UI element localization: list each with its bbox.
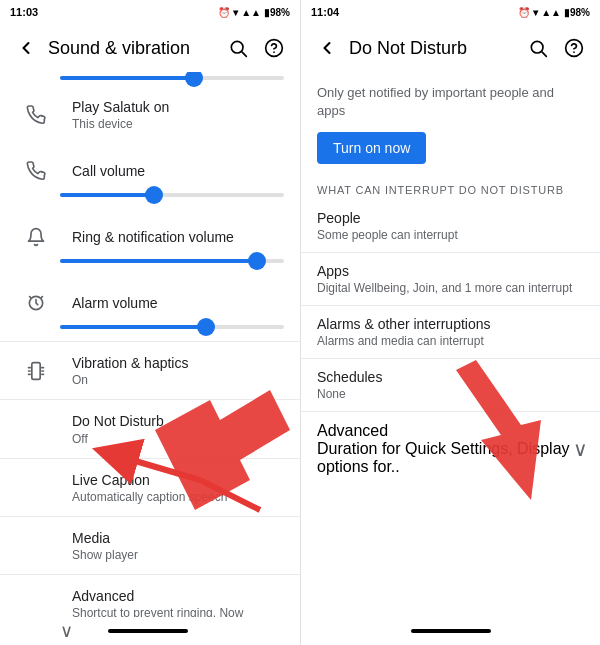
call-slider-row xyxy=(0,193,300,207)
svg-line-6 xyxy=(41,297,42,298)
svg-point-0 xyxy=(231,41,243,53)
call-volume-text: Call volume xyxy=(72,162,284,180)
svg-point-16 xyxy=(531,41,543,53)
left-content: Play Salatuk on This device Call volume xyxy=(0,72,300,617)
schedules-title: Schedules xyxy=(317,369,584,385)
live-caption-sub: Automatically caption speech xyxy=(72,490,284,504)
vibration-item[interactable]: Vibration & haptics On xyxy=(0,344,300,397)
top-slider-fill xyxy=(60,76,194,80)
people-title: People xyxy=(317,210,584,226)
search-icon xyxy=(228,38,248,58)
right-panel: 11:04 ⏰ ▾ ▲▲ ▮98% Do Not Disturb xyxy=(300,0,600,645)
alarm-slider-row xyxy=(0,325,300,339)
advanced-item-right[interactable]: Advanced Duration for Quick Settings, Di… xyxy=(301,412,600,486)
alarm-icon xyxy=(16,293,56,313)
left-top-bar: Sound & vibration xyxy=(0,24,300,72)
divider-4 xyxy=(0,516,300,517)
alarm-slider-thumb[interactable] xyxy=(197,318,215,336)
right-time: 11:04 xyxy=(311,6,339,18)
alarm-icon: ⏰ xyxy=(218,7,230,18)
advanced-right-sub: Duration for Quick Settings, Display opt… xyxy=(317,440,573,476)
people-item[interactable]: People Some people can interrupt xyxy=(301,200,600,253)
top-slider-row xyxy=(0,72,300,88)
dnd-sub: Off xyxy=(72,432,284,446)
left-title: Sound & vibration xyxy=(48,38,220,59)
right-search-button[interactable] xyxy=(520,30,556,66)
alarm-volume-item[interactable]: Alarm volume xyxy=(0,273,300,325)
apps-item[interactable]: Apps Digital Wellbeing, Join, and 1 more… xyxy=(301,253,600,306)
left-status-icons: ⏰ ▾ ▲▲ ▮98% xyxy=(218,7,290,18)
turn-on-button[interactable]: Turn on now xyxy=(317,132,426,164)
signal-icon-r: ▲▲ xyxy=(541,7,561,18)
play-salatuk-text: Play Salatuk on This device xyxy=(72,98,284,131)
call-volume-item[interactable]: Call volume xyxy=(0,141,300,193)
live-caption-title: Live Caption xyxy=(72,471,284,489)
right-title: Do Not Disturb xyxy=(349,38,520,59)
dnd-text: Do Not Disturb Off xyxy=(72,412,284,445)
back-icon xyxy=(16,38,36,58)
advanced-right-text: Advanced Duration for Quick Settings, Di… xyxy=(317,422,573,476)
vibration-sub: On xyxy=(72,373,284,387)
signal-icon: ▲▲ xyxy=(241,7,261,18)
media-title: Media xyxy=(72,529,284,547)
call-volume-title: Call volume xyxy=(72,162,284,180)
help-icon-r xyxy=(564,38,584,58)
svg-line-17 xyxy=(542,52,546,56)
battery-icon-r: ▮98% xyxy=(564,7,590,18)
back-icon-r xyxy=(317,38,337,58)
battery-icon: ▮98% xyxy=(264,7,290,18)
advanced-chevron: ∨ xyxy=(573,437,592,461)
vibration-title: Vibration & haptics xyxy=(72,354,284,372)
right-help-button[interactable] xyxy=(556,30,592,66)
call-slider-thumb[interactable] xyxy=(145,186,163,204)
svg-line-1 xyxy=(242,52,246,56)
top-slider-track[interactable] xyxy=(60,76,284,80)
live-caption-text: Live Caption Automatically caption speec… xyxy=(72,471,284,504)
apps-sub: Digital Wellbeing, Join, and 1 more can … xyxy=(317,281,584,295)
media-item[interactable]: Media Show player xyxy=(0,519,300,572)
ring-volume-text: Ring & notification volume xyxy=(72,228,284,246)
wifi-icon-r: ▾ xyxy=(533,7,538,18)
right-bottom-bar xyxy=(301,617,600,645)
left-panel: 11:03 ⏰ ▾ ▲▲ ▮98% Sound & vibration xyxy=(0,0,300,645)
ring-slider-thumb[interactable] xyxy=(248,252,266,270)
dnd-title: Do Not Disturb xyxy=(72,412,284,430)
alarm-slider-track[interactable] xyxy=(60,325,284,329)
alarm-volume-title: Alarm volume xyxy=(72,294,284,312)
phone-icon xyxy=(16,105,56,125)
top-slider-thumb[interactable] xyxy=(185,72,203,87)
right-nav-indicator xyxy=(411,629,491,633)
divider-2 xyxy=(0,399,300,400)
left-help-button[interactable] xyxy=(256,30,292,66)
alarms-item[interactable]: Alarms & other interruptions Alarms and … xyxy=(301,306,600,359)
media-sub: Show player xyxy=(72,548,284,562)
call-slider-track[interactable] xyxy=(60,193,284,197)
right-back-button[interactable] xyxy=(309,30,345,66)
what-can-interrupt-label: WHAT CAN INTERRUPT DO NOT DISTURB xyxy=(301,176,600,200)
live-caption-item[interactable]: Live Caption Automatically caption speec… xyxy=(0,461,300,514)
left-bottom-bar: ∨ xyxy=(0,617,300,645)
dnd-item-left[interactable]: Do Not Disturb Off xyxy=(0,402,300,455)
media-text: Media Show player xyxy=(72,529,284,562)
divider-1 xyxy=(0,341,300,342)
alarm-icon-r: ⏰ xyxy=(518,7,530,18)
play-salatuk-title: Play Salatuk on xyxy=(72,98,284,116)
vibration-text: Vibration & haptics On xyxy=(72,354,284,387)
left-search-button[interactable] xyxy=(220,30,256,66)
divider-5 xyxy=(0,574,300,575)
advanced-text: Advanced Shortcut to prevent ringing, No… xyxy=(72,587,284,617)
schedules-sub: None xyxy=(317,387,584,401)
left-nav-indicator xyxy=(108,629,188,633)
vibration-icon xyxy=(16,361,56,381)
right-status-icons: ⏰ ▾ ▲▲ ▮98% xyxy=(518,7,590,18)
advanced-item-left[interactable]: Advanced Shortcut to prevent ringing, No… xyxy=(0,577,300,617)
alarm-volume-text: Alarm volume xyxy=(72,294,284,312)
ring-slider-track[interactable] xyxy=(60,259,284,263)
schedules-item[interactable]: Schedules None xyxy=(301,359,600,412)
ring-slider-fill xyxy=(60,259,257,263)
alarms-sub: Alarms and media can interrupt xyxy=(317,334,584,348)
left-back-button[interactable] xyxy=(8,30,44,66)
divider-3 xyxy=(0,458,300,459)
alarms-title: Alarms & other interruptions xyxy=(317,316,584,332)
play-salatuk-item[interactable]: Play Salatuk on This device xyxy=(0,88,300,141)
